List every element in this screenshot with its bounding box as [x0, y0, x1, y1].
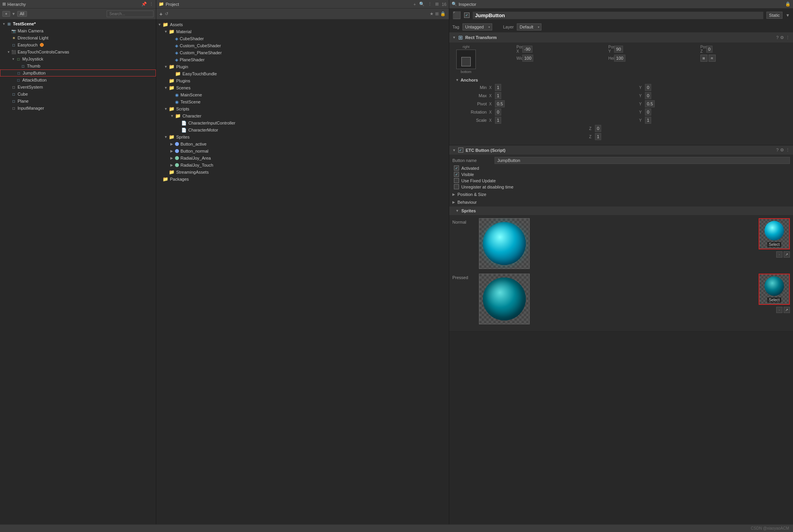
rect-help-icon[interactable]: ? [776, 35, 779, 40]
file-mainscene[interactable]: ◉ MainScene [156, 91, 449, 98]
etc-settings-icon[interactable]: ⚙ [780, 148, 784, 153]
folder-scenes[interactable]: ▼ 📁 Scenes [156, 84, 449, 91]
project-plus-btn[interactable]: + [159, 11, 163, 17]
pivot-x-val[interactable]: 0.5 [495, 100, 505, 107]
posz-val[interactable]: 0 [706, 46, 713, 53]
hierarchy-plus-btn[interactable]: + [2, 11, 10, 17]
tree-item-directionallight[interactable]: ▶ ☀ Directional Light [0, 34, 156, 41]
r-btn[interactable]: R [709, 55, 716, 62]
max-x-val[interactable]: 1 [495, 92, 501, 99]
project-search-icon[interactable]: 🔍 [419, 2, 425, 7]
tag-dropdown[interactable]: Untagged [463, 23, 492, 30]
tree-item-thumb[interactable]: ▶ □ Thumb [0, 62, 156, 69]
button-name-val[interactable]: JumpButton [495, 157, 790, 164]
folder-button-normal[interactable]: ▶ Button_normal [156, 148, 449, 155]
visible-checkbox[interactable]: ✓ [454, 172, 459, 177]
rect-transform-header[interactable]: ▼ ⊞ Rect Transform ? ⚙ ⋮ [449, 32, 793, 43]
rect-settings-icon[interactable]: ⚙ [780, 35, 784, 40]
tree-item-easytouch[interactable]: ▶ □ Easytouch [0, 41, 156, 48]
active-checkbox[interactable] [464, 12, 470, 18]
hierarchy-all-btn[interactable]: All [17, 11, 27, 17]
inspector-lock-icon[interactable]: 🔒 [785, 2, 791, 7]
normal-sprite-select-btn[interactable]: Select [759, 218, 790, 249]
blueprint-btn[interactable]: ⊞ [700, 55, 707, 62]
favorite-icon[interactable]: ★ [430, 11, 434, 16]
file-charinputctrl[interactable]: 📄 CharacterInputController [156, 119, 449, 126]
folder-plugins[interactable]: ▶ 📁 Plugins [156, 77, 449, 84]
folder-streamingassets[interactable]: ▶ 📁 StreamingAssets [156, 169, 449, 176]
pressed-dot-btn[interactable]: · [776, 307, 782, 313]
etc-button-header[interactable]: ▼ ETC Button (Script) ? ⚙ ⋮ [449, 145, 793, 155]
rect-menu-icon[interactable]: ⋮ [786, 35, 790, 40]
layer-dropdown[interactable]: Default [517, 23, 541, 30]
folder-character[interactable]: ▼ 📁 Character [156, 112, 449, 119]
file-custom-cubeshader[interactable]: ◈ Custom_CubeShader [156, 42, 449, 49]
folder-radialjoy-touch[interactable]: ▶ RadialJoy_Touch [156, 162, 449, 169]
sprites-collapsible-header[interactable]: ▼ Sprites [449, 206, 793, 215]
tree-item-jumpbutton[interactable]: ▶ □ JumpButton [0, 69, 156, 77]
folder-easytouchbundle[interactable]: ▶ 📁 EasyTouchBundle [156, 70, 449, 77]
tag-dropdown-wrap[interactable]: Untagged [463, 23, 492, 30]
position-size-row[interactable]: ▶ Position & Size [452, 190, 790, 198]
folder-button-active[interactable]: ▶ Button_active [156, 141, 449, 148]
rot-z-val[interactable]: 0 [595, 125, 601, 132]
file-charmotor[interactable]: 📄 CharacterMotor [156, 126, 449, 133]
folder-label-assets: Assets [170, 22, 183, 27]
folder-sprites[interactable]: ▼ 📁 Sprites [156, 133, 449, 141]
project-menu-icon[interactable]: ⋮ [428, 2, 432, 7]
scale-y-val[interactable]: 1 [645, 117, 651, 124]
folder-scripts[interactable]: ▼ 📁 Scripts [156, 105, 449, 112]
file-planeshader[interactable]: ◈ PlaneShader [156, 56, 449, 63]
tree-item-canvas[interactable]: ▼ ⬛ EasyTouchControlsCanvas [0, 48, 156, 55]
pressed-sprite-select-btn[interactable]: Select [759, 274, 790, 305]
scene-view-icon[interactable]: ⊞ [435, 11, 439, 16]
thumb-icon: □ [20, 63, 26, 69]
unregister-checkbox[interactable]: ✓ [454, 184, 459, 189]
hierarchy-menu-icon[interactable]: ⋮ [149, 2, 154, 7]
scale-z-val[interactable]: 1 [595, 133, 601, 140]
folder-assets[interactable]: ▼ 📁 Assets [156, 21, 449, 28]
max-y-val[interactable]: 0 [645, 92, 651, 99]
file-cubeshader[interactable]: ◈ CubeShader [156, 35, 449, 42]
hierarchy-search-input[interactable] [107, 11, 154, 17]
posy-val[interactable]: 90 [614, 46, 623, 53]
folder-plugin[interactable]: ▼ 📁 Plugin [156, 63, 449, 70]
file-custom-planeshader[interactable]: ◈ Custom_PlaneShader [156, 49, 449, 56]
pivot-y-val[interactable]: 0.5 [645, 100, 655, 107]
tree-item-testscene[interactable]: ▼ ⊞ TestScene* [0, 20, 156, 27]
tree-item-inputmanager[interactable]: ▶ □ InputManager [0, 105, 156, 112]
normal-dot-btn[interactable]: · [776, 251, 782, 258]
project-refresh-icon[interactable]: ↺ [165, 11, 168, 16]
tree-item-maincamera[interactable]: ▶ 📷 Main Camera [0, 27, 156, 34]
width-val[interactable]: 100 [522, 55, 533, 62]
etc-help-icon[interactable]: ? [776, 148, 779, 153]
tree-item-myjoystick[interactable]: ▼ □ MyJoystick [0, 55, 156, 62]
normal-arrow-btn[interactable]: ↗ [784, 251, 790, 258]
tree-item-attackbutton[interactable]: ▶ □ AttackButton [0, 77, 156, 84]
fixed-update-checkbox[interactable]: ✓ [454, 178, 459, 183]
pressed-arrow-btn[interactable]: ↗ [784, 307, 790, 313]
etc-menu-icon[interactable]: ⋮ [786, 148, 790, 153]
rot-y-val[interactable]: 0 [645, 109, 651, 116]
behaviour-row[interactable]: ▶ Behaviour [452, 198, 790, 206]
layer-dropdown-wrap[interactable]: Default [517, 23, 541, 30]
tree-item-plane[interactable]: ▶ □ Plane [0, 98, 156, 105]
height-val[interactable]: 100 [614, 55, 625, 62]
folder-material[interactable]: ▼ 📁 Material [156, 28, 449, 35]
min-x-val[interactable]: 1 [495, 84, 501, 91]
min-y-val[interactable]: 0 [645, 84, 651, 91]
scale-x-val[interactable]: 1 [495, 117, 501, 124]
object-name-input[interactable] [473, 12, 763, 19]
static-dropdown-arrow[interactable]: ▼ [786, 13, 790, 18]
rot-x-val[interactable]: 0 [495, 109, 501, 116]
tree-item-eventsystem[interactable]: ▶ □ EventSystem [0, 84, 156, 91]
folder-radialjoy-area[interactable]: ▶ RadialJoy_Area [156, 155, 449, 162]
file-testscene[interactable]: ◉ TestScene [156, 98, 449, 105]
tree-item-cube[interactable]: ▶ □ Cube [0, 91, 156, 98]
posx-val[interactable]: -90 [522, 46, 532, 53]
etc-active-checkbox[interactable] [458, 148, 463, 153]
lock-icon2[interactable]: 🔒 [440, 11, 446, 16]
activated-checkbox[interactable]: ✓ [454, 165, 459, 171]
folder-packages[interactable]: ▶ 📁 Packages [156, 176, 449, 183]
project-add-icon[interactable]: + [413, 2, 416, 7]
